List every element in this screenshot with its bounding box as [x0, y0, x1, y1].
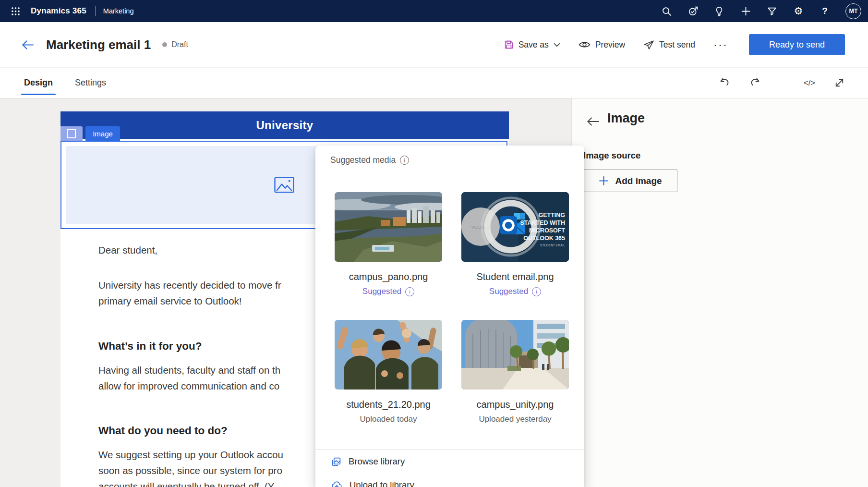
campus-pano-thumbnail[interactable] [335, 192, 442, 262]
command-actions: Save as Preview [504, 34, 845, 55]
status-badge: Draft [162, 40, 188, 49]
top-navbar: Dynamics 365 Marketing [0, 0, 868, 22]
panel-title: Image [607, 111, 645, 126]
editor-tabbar: Design Settings </> [0, 67, 868, 98]
lightbulb-icon[interactable] [713, 5, 725, 17]
tab-design[interactable]: Design [23, 68, 54, 98]
test-send-button[interactable]: Test send [643, 40, 695, 50]
student-email-art: VOLUSIA GETTING STARTED WITH MICROSOFT O… [461, 192, 569, 262]
add-image-label: Add image [615, 176, 662, 186]
campus-unity-art [461, 320, 569, 390]
navbar-divider [95, 6, 96, 16]
suggested-media-header: Suggested media [330, 155, 409, 165]
filter-icon[interactable] [766, 5, 778, 17]
save-as-label: Save as [518, 40, 549, 50]
media-caption: Uploaded today [335, 414, 442, 424]
email-heading-2[interactable]: What do you need to do? [98, 425, 228, 437]
uploaded-label: Uploaded today [360, 414, 417, 424]
email-paragraph-line[interactable]: primary email service to Outlook! [98, 295, 241, 308]
status-dot [162, 42, 167, 47]
library-icon [331, 457, 341, 467]
save-icon [504, 40, 514, 49]
suggested-label: Suggested [362, 287, 401, 296]
media-tile[interactable]: campus_unity.png Uploaded yesterday [461, 320, 569, 424]
search-icon[interactable] [661, 5, 672, 17]
eye-icon [579, 41, 591, 49]
uploaded-label: Uploaded yesterday [479, 414, 551, 424]
undo-icon[interactable] [718, 77, 732, 89]
media-tile[interactable]: students_21.20.png Uploaded today [335, 320, 442, 424]
guided-check-icon[interactable] [687, 5, 699, 17]
browse-library-label: Browse library [349, 456, 405, 467]
add-image-button[interactable]: Add image [583, 170, 677, 192]
suggested-media-popup: Suggested media [315, 146, 584, 487]
plus-icon [599, 176, 609, 186]
email-header-banner: University [60, 111, 509, 139]
help-icon[interactable]: ? [819, 5, 831, 17]
overlay-line: OUTLOOK 365 [523, 235, 565, 242]
move-handle-icon [67, 129, 76, 138]
media-file-name: campus_pano.png [335, 271, 442, 282]
editor-tools: </> [718, 77, 846, 89]
campus-unity-thumbnail[interactable] [461, 320, 569, 390]
cloud-upload-icon [331, 481, 342, 487]
user-avatar[interactable]: MT [845, 3, 861, 19]
email-paragraph-line[interactable]: allow for improved communication and co [98, 380, 279, 393]
content-area: University Image Dear student, Universit… [0, 98, 868, 487]
upload-to-library-label: Upload to library [350, 480, 414, 487]
command-bar: Marketing email 1 Draft Save as [0, 22, 868, 67]
more-commands-button[interactable]: ··· [713, 42, 728, 48]
media-caption: Uploaded yesterday [461, 414, 569, 424]
popup-divider [315, 449, 584, 450]
upload-to-library-button[interactable]: Upload to library [331, 480, 414, 487]
redo-icon[interactable] [748, 77, 761, 89]
media-file-name: Student email.png [461, 271, 569, 282]
brand-title[interactable]: Dynamics 365 [31, 6, 86, 16]
overlay-line: STARTED WITH [520, 219, 565, 226]
save-as-button[interactable]: Save as [504, 40, 560, 50]
media-tile[interactable]: VOLUSIA GETTING STARTED WITH MICROSOFT O… [461, 192, 569, 296]
app-name[interactable]: Marketing [103, 7, 134, 15]
expand-icon[interactable] [832, 77, 846, 89]
settings-gear-icon[interactable]: ⚙ [793, 5, 804, 17]
media-caption: Suggested [335, 287, 442, 296]
panel-back-arrow-icon[interactable] [586, 116, 600, 127]
preview-button[interactable]: Preview [579, 40, 625, 50]
block-drag-handle[interactable] [60, 126, 83, 141]
email-paragraph-line[interactable]: Having all students, faculty and staff o… [98, 364, 280, 377]
app-launcher-waffle-icon[interactable] [7, 2, 24, 20]
suggested-label: Suggested [489, 287, 528, 296]
chevron-down-icon [554, 42, 560, 48]
suggested-media-title: Suggested media [330, 155, 396, 165]
info-icon[interactable] [405, 287, 414, 296]
ellipsis-icon: ··· [713, 42, 728, 48]
media-caption: Suggested [461, 287, 569, 296]
browse-library-button[interactable]: Browse library [331, 456, 405, 467]
page-title: Marketing email 1 [46, 37, 151, 52]
email-paragraph-line[interactable]: We suggest setting up your Outlook accou [98, 449, 283, 462]
image-placeholder-icon [274, 177, 294, 193]
send-icon [643, 40, 654, 50]
email-paragraph-line[interactable]: University has recently decided to move … [98, 279, 281, 292]
media-file-name: students_21.20.png [335, 399, 442, 410]
media-tile[interactable]: campus_pano.png Suggested [335, 192, 442, 296]
back-arrow-icon[interactable] [21, 38, 36, 51]
html-code-icon[interactable]: </> [803, 77, 816, 89]
info-icon[interactable] [400, 156, 409, 165]
student-email-thumbnail[interactable]: VOLUSIA GETTING STARTED WITH MICROSOFT O… [461, 192, 569, 262]
ready-to-send-button[interactable]: Ready to send [749, 34, 845, 55]
selection-tabs: Image [60, 126, 120, 141]
info-icon[interactable] [532, 287, 541, 296]
status-label: Draft [171, 40, 188, 49]
email-greeting[interactable]: Dear student, [98, 244, 157, 257]
test-send-label: Test send [659, 40, 695, 50]
navbar-actions: ⚙ ? MT [661, 3, 861, 19]
email-heading-1[interactable]: What’s in it for you? [98, 340, 202, 353]
tab-settings[interactable]: Settings [74, 68, 107, 98]
students-thumbnail[interactable] [335, 320, 442, 390]
overlay-line: GETTING [538, 212, 565, 219]
campus-pano-art [335, 192, 442, 262]
add-plus-icon[interactable] [740, 5, 751, 17]
email-paragraph-line[interactable]: accounts will eventually be turned off. … [98, 480, 275, 487]
email-paragraph-line[interactable]: soon as possible, since our system for p… [98, 464, 282, 477]
